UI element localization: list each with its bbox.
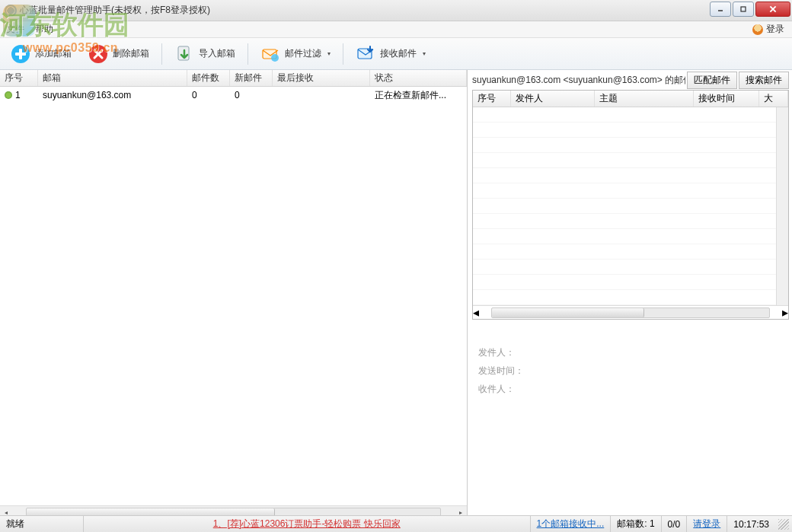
mail-preview-panel: suyuankun@163.com <suyuankun@163.com> 的邮… bbox=[468, 70, 792, 519]
status-login: 请登录 bbox=[687, 516, 727, 532]
login-link-top[interactable]: 登录 bbox=[752, 23, 784, 36]
chevron-down-icon: ▾ bbox=[327, 50, 331, 57]
status-progress: 0/0 bbox=[662, 516, 688, 532]
col-new[interactable]: 新邮件 bbox=[230, 70, 273, 86]
col-mailbox[interactable]: 邮箱 bbox=[38, 70, 187, 86]
toolbar-separator bbox=[161, 43, 162, 65]
status-ad-link[interactable]: 1、[荐]心蓝12306订票助手-轻松购票 快乐回家 bbox=[213, 518, 401, 530]
user-icon bbox=[752, 24, 763, 35]
tab-search[interactable]: 搜索邮件 bbox=[739, 72, 789, 89]
receive-icon bbox=[356, 44, 375, 64]
table-row[interactable]: 1 suyuankun@163.com 0 0 正在检查新邮件... bbox=[0, 87, 467, 104]
scroll-thumb[interactable] bbox=[492, 308, 644, 317]
minimize-button[interactable] bbox=[710, 2, 731, 17]
col-recvtime[interactable]: 接收时间 bbox=[694, 91, 759, 107]
cell-count: 0 bbox=[187, 90, 230, 100]
svg-rect-6 bbox=[15, 53, 26, 56]
login-label: 登录 bbox=[766, 23, 784, 36]
cell-seq: 1 bbox=[15, 90, 21, 100]
vertical-scrollbar[interactable] bbox=[776, 107, 788, 305]
mail-list: 序号 发件人 主题 接收时间 大 ◂ ▸ bbox=[472, 90, 789, 320]
status-dot-icon bbox=[5, 91, 12, 99]
detail-sender: 发件人： bbox=[478, 344, 783, 361]
detail-recipient: 收件人： bbox=[478, 381, 783, 397]
delete-icon bbox=[88, 44, 108, 64]
mailbox-list-panel: 序号 邮箱 邮件数 新邮件 最后接收 状态 1 suyuankun@163.co… bbox=[0, 70, 468, 519]
window-controls bbox=[710, 2, 790, 17]
maximize-button[interactable] bbox=[733, 2, 754, 17]
detail-senttime: 发送时间： bbox=[478, 362, 783, 379]
right-tabs: suyuankun@163.com <suyuankun@163.com> 的邮… bbox=[472, 72, 789, 88]
mail-list-hscroll[interactable]: ◂ ▸ bbox=[473, 305, 788, 319]
menu-help[interactable]: 帮助 bbox=[35, 23, 53, 36]
toolbar-separator bbox=[343, 43, 343, 65]
cell-mailbox: suyuankun@163.com bbox=[38, 90, 187, 100]
content: 序号 邮箱 邮件数 新邮件 最后接收 状态 1 suyuankun@163.co… bbox=[0, 70, 792, 519]
import-icon bbox=[174, 44, 194, 64]
scroll-right-arrow[interactable]: ▸ bbox=[782, 305, 788, 320]
resize-grip[interactable] bbox=[778, 519, 789, 530]
cell-status: 正在检查新邮件... bbox=[370, 89, 467, 102]
add-mailbox-button[interactable]: 添加邮箱 bbox=[5, 41, 78, 67]
statusbar: 就绪 1、[荐]心蓝12306订票助手-轻松购票 快乐回家 1个邮箱接收中...… bbox=[0, 515, 792, 532]
status-time: 10:17:53 bbox=[727, 516, 775, 532]
col-seq[interactable]: 序号 bbox=[0, 70, 38, 86]
status-receiving: 1个邮箱接收中... bbox=[531, 516, 612, 532]
mail-filter-button[interactable]: 邮件过滤 ▾ bbox=[254, 41, 337, 67]
cell-new: 0 bbox=[230, 90, 273, 100]
mailbox-rows: 1 suyuankun@163.com 0 0 正在检查新邮件... bbox=[0, 87, 467, 505]
status-mailbox-count: 邮箱数: 1 bbox=[611, 516, 661, 532]
status-ready: 就绪 bbox=[0, 516, 84, 532]
scroll-left-arrow[interactable]: ◂ bbox=[473, 305, 479, 320]
col-size[interactable]: 大 bbox=[759, 91, 788, 107]
titlebar: 心蓝批量邮件管理助手(未授权，按F8登录授权) bbox=[0, 0, 792, 21]
col-subject[interactable]: 主题 bbox=[595, 91, 694, 107]
import-mailbox-button[interactable]: 导入邮箱 bbox=[168, 41, 241, 67]
col-seq[interactable]: 序号 bbox=[473, 91, 511, 107]
col-sender[interactable]: 发件人 bbox=[511, 91, 595, 107]
delete-mailbox-button[interactable]: 删除邮箱 bbox=[82, 41, 155, 67]
close-button[interactable] bbox=[755, 2, 790, 17]
mail-detail: 发件人： 发送时间： 收件人： bbox=[472, 339, 789, 403]
toolbar: 添加邮箱 删除邮箱 导入邮箱 邮件过滤 ▾ 接收邮件 ▾ bbox=[0, 38, 792, 70]
mail-list-body bbox=[473, 107, 788, 305]
window-title: 心蓝批量邮件管理助手(未授权，按F8登录授权) bbox=[20, 4, 210, 17]
mail-list-headers: 序号 发件人 主题 接收时间 大 bbox=[473, 91, 788, 107]
plus-icon bbox=[11, 44, 30, 64]
svg-point-12 bbox=[271, 54, 279, 62]
receive-mail-button[interactable]: 接收邮件 ▾ bbox=[350, 41, 432, 67]
col-count[interactable]: 邮件数 bbox=[187, 70, 230, 86]
mailbox-list-headers: 序号 邮箱 邮件数 新邮件 最后接收 状态 bbox=[0, 70, 467, 87]
col-status[interactable]: 状态 bbox=[370, 70, 467, 86]
status-ad-segment: 1、[荐]心蓝12306订票助手-轻松购票 快乐回家 bbox=[84, 516, 531, 532]
status-receiving-link[interactable]: 1个邮箱接收中... bbox=[537, 518, 605, 530]
filter-icon bbox=[260, 44, 280, 64]
toolbar-separator bbox=[248, 43, 248, 65]
status-login-link[interactable]: 请登录 bbox=[693, 518, 720, 530]
watermark-logo bbox=[3, 5, 35, 37]
tab-match[interactable]: 匹配邮件 bbox=[687, 72, 737, 89]
panel-label: suyuankun@163.com <suyuankun@163.com> 的邮… bbox=[472, 74, 685, 87]
chevron-down-icon: ▾ bbox=[423, 50, 426, 57]
svg-rect-1 bbox=[741, 7, 746, 11]
menubar: 文件 帮助 登录 bbox=[0, 21, 792, 38]
scroll-track[interactable] bbox=[491, 307, 770, 318]
col-last-receive[interactable]: 最后接收 bbox=[273, 70, 370, 86]
